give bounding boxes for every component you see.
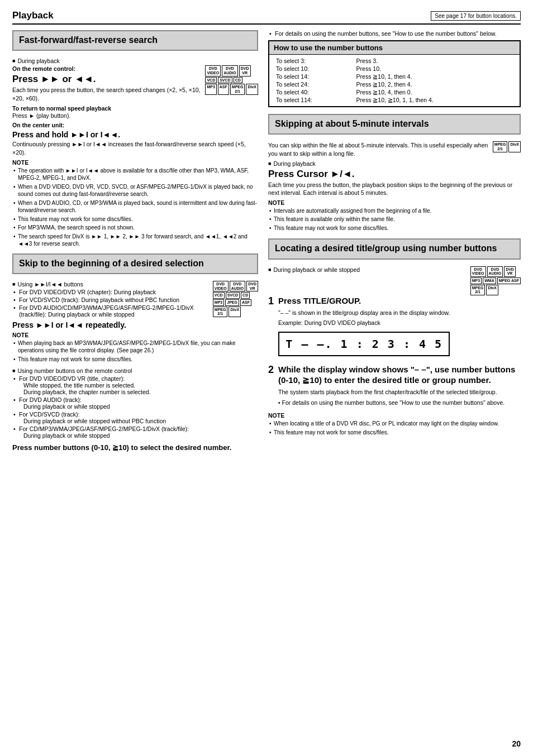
num-table-value: Press 3. — [354, 57, 515, 65]
header: Playback See page 17 for button location… — [12, 10, 521, 25]
number-buttons-title: How to use the number buttons — [269, 41, 520, 55]
skip-section: Skip to the beginning of a desired selec… — [12, 253, 258, 274]
num-table-value: Press ≧10, 2, then 4. — [354, 80, 515, 88]
skip-title: Skip to the beginning of a desired selec… — [19, 258, 251, 269]
press-cursor-label: Press Cursor ►/◄. — [268, 169, 521, 180]
badge-group-skip: DVDVIDEO DVDAUDIO DVDVR VCD SVCD CD MP3 — [213, 281, 258, 317]
page-title: Playback — [12, 10, 54, 21]
step1-container: 1 Press TITLE/GROUP. "– –" is shown in t… — [268, 295, 521, 361]
badge-loc-dvd-audio: DVDAUDIO — [487, 266, 503, 277]
during-playback-locate-text: During playback or while stopped — [273, 266, 360, 273]
badge-divx-int: DivX — [508, 141, 521, 152]
badge-vcd: VCD — [205, 77, 217, 84]
number-item-2: For VCD/SVCD (track): During playback or… — [12, 411, 258, 424]
num-table-label: To select 3: — [274, 57, 354, 65]
note-1-2: When a DVD VIDEO, DVD VR, VCD, SVCD, or … — [12, 183, 258, 198]
example-label: Example: During DVD VIDEO playback — [278, 319, 450, 327]
hold-label: Press and hold ►►I or I◄◄. — [12, 130, 258, 139]
number-buttons-table: To select 3:Press 3.To select 10:Press 1… — [269, 55, 520, 106]
badge-loc-mpeg21: MPEG2/1 — [470, 285, 486, 295]
num-table-label: To select 114: — [274, 96, 354, 104]
skip-intervals-intro: You can skip within the file at about 5-… — [268, 141, 488, 157]
header-note: See page 17 for button locations. — [431, 11, 521, 21]
press-number-label: Press number buttons (0-10, ≧10) to sele… — [12, 443, 258, 452]
note-section-3: NOTE Intervals are automatically assigne… — [268, 199, 521, 232]
fast-forward-section: Fast-forward/fast-reverse search — [12, 30, 258, 51]
badge-skip-mp3: MP3 — [213, 299, 224, 306]
badge-divx-r: DivX — [246, 84, 258, 94]
badge-group-remote: DVDVIDEO DVDAUDIO DVDVR VCD SVCD CD MP3 — [205, 65, 258, 94]
num-table-value: Press ≧10, ≧10, 1, 1, then 4. — [354, 96, 515, 104]
note-1-6: The search speed for DivX is ►► 1, ►► 2,… — [12, 233, 258, 248]
num-table-label: To select 14: — [274, 73, 354, 80]
badge-skip-dvd-video: DVDVIDEO — [213, 281, 229, 291]
badge-skip-mpeg: MPEG2/1 — [213, 307, 228, 317]
note-section-4: NOTE When locating a title of a DVD VR d… — [268, 412, 521, 436]
badge-skip-dvd-vr: DVDVR — [246, 281, 258, 291]
skip-item-2: For DVD AUDIO/CD/MP3/WMA/JPEG/ASF/MPEG-2… — [12, 304, 208, 318]
badge-dvd-vr: DVDVR — [239, 65, 251, 76]
note-1-3: When a DVD AUDIO, CD, or MP3/WMA is play… — [12, 199, 258, 214]
number-table: To select 3:Press 3.To select 10:Press 1… — [274, 57, 515, 104]
num-table-value: Press ≧10, 4, then 0. — [354, 88, 515, 96]
during-playback-locate: During playback or while stopped — [268, 266, 466, 273]
press-forward-reverse: Press ►► or ◄◄. — [12, 74, 201, 85]
using-buttons-text: Using ►►I/I◄◄ buttons — [17, 281, 83, 288]
using-number-label: Using number buttons on the remote contr… — [12, 367, 258, 374]
center-unit-label: On the center unit: — [12, 122, 258, 128]
badge-svcd: SVCD — [218, 77, 232, 84]
note-2-1: When playing back an MP3/WMA/JPEG/ASF/MP… — [12, 339, 258, 355]
badge-skip-cd: CD — [241, 292, 250, 299]
note-section-2: NOTE When playing back an MP3/WMA/JPEG/A… — [12, 332, 258, 363]
step2-heading: While the display window shows "– –", us… — [278, 364, 521, 386]
badge-dvd-audio: DVDAUDIO — [222, 65, 238, 76]
note-2-2: This feature may not work for some discs… — [12, 356, 258, 363]
on-remote-label: On the remote control: — [12, 65, 201, 72]
badge-skip-divx: DivX — [229, 307, 241, 317]
press-cursor-desc: Each time you press the button, the play… — [268, 181, 521, 197]
badge-dvd-video: DVDVIDEO — [205, 65, 221, 76]
num-table-label: To select 40: — [274, 88, 354, 96]
fast-forward-content: During playback On the remote control: P… — [12, 58, 258, 247]
badge-mp3: MP3 — [205, 84, 216, 94]
note-3-3: This feature may not work for some discs… — [268, 224, 521, 232]
during-playback-item: During playback — [12, 58, 258, 64]
normal-speed-desc: Press ► (play button). — [12, 112, 258, 120]
during-playback-int-text: During playback — [273, 160, 315, 167]
badge-loc-mp3: MP3 — [470, 277, 482, 284]
right-column: For details on using the number buttons,… — [268, 30, 521, 453]
num-table-row: To select 10:Press 10. — [274, 65, 515, 73]
note-4-1: When locating a title of a DVD VR disc, … — [268, 420, 521, 428]
number-buttons-box: How to use the number buttons To select … — [268, 40, 521, 107]
num-table-value: Press ≧10, 1, then 4. — [354, 73, 515, 80]
note-1-1: The operation with ►►I or I◄◄ above is a… — [12, 167, 258, 182]
badge-locate: DVDVIDEO DVDAUDIO DVDVR MP3 WMA MPEG ASF… — [470, 266, 521, 295]
badge-cd: CD — [234, 77, 242, 84]
number-item-0: For DVD VIDEO/DVD VR (title, chapter): W… — [12, 375, 258, 395]
skip-intervals-content: You can skip within the file at about 5-… — [268, 141, 521, 232]
badge-skip-jpeg: JPEG — [225, 299, 239, 306]
num-table-row: To select 24:Press ≧10, 2, then 4. — [274, 80, 515, 88]
skip-intervals-section: Skipping at about 5-minute intervals — [268, 114, 521, 135]
num-table-label: To select 10: — [274, 65, 354, 73]
num-table-value: Press 10. — [354, 65, 515, 73]
num-table-row: To select 114:Press ≧10, ≧10, 1, 1, then… — [274, 96, 515, 104]
note-title-3: NOTE — [268, 199, 521, 206]
step1-num: 1 — [268, 295, 274, 361]
num-table-label: To select 24: — [274, 80, 354, 88]
num-table-row: To select 3:Press 3. — [274, 57, 515, 65]
skip-item-1: For VCD/SVCD (track): During playback wi… — [12, 296, 208, 303]
number-item-1: For DVD AUDIO (track): During playback o… — [12, 396, 258, 410]
left-column: Fast-forward/fast-reverse search During … — [12, 30, 258, 453]
step2-num: 2 — [268, 364, 274, 409]
hold-desc: Continuously pressing ►►I or I◄◄ increas… — [12, 140, 258, 156]
note-section-1: NOTE The operation with ►►I or I◄◄ above… — [12, 159, 258, 248]
using-buttons-label: Using ►►I/I◄◄ buttons — [12, 281, 208, 288]
badge-skip-svcd: SVCD — [226, 292, 240, 299]
note-3-1: Intervals are automatically assigned fro… — [268, 207, 521, 215]
locate-content: During playback or while stopped DVDVIDE… — [268, 266, 521, 437]
badge-loc-divx: DivX — [486, 285, 498, 295]
badge-loc-dvd-video: DVDVIDEO — [470, 266, 486, 277]
note-3-2: This feature is available only within th… — [268, 216, 521, 223]
press-desc: Each time you press the button, the sear… — [12, 86, 201, 102]
